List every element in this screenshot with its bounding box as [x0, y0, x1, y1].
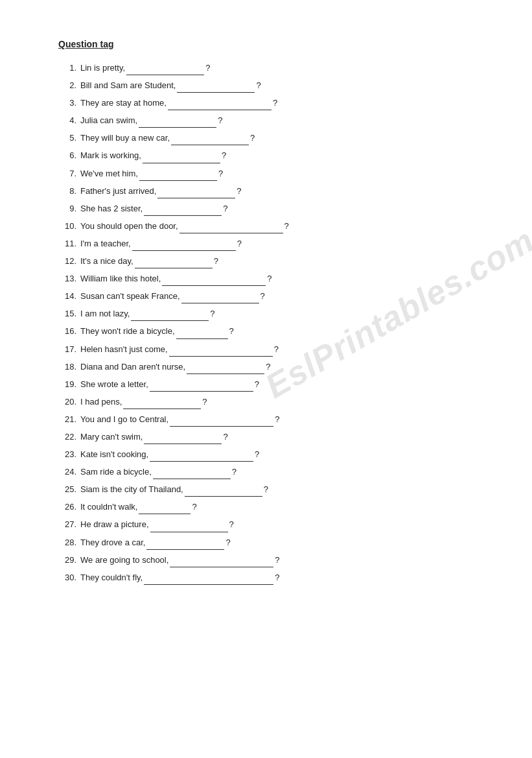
question-number: 12.	[58, 254, 76, 268]
question-text: They will buy a new car,?	[80, 131, 255, 145]
answer-blank[interactable]	[169, 348, 273, 357]
answer-blank[interactable]	[126, 66, 204, 75]
list-item: 24.Sam ride a bicycle,?	[58, 465, 480, 479]
list-item: 18.Diana and Dan aren't nurse,?	[58, 360, 480, 374]
list-item: 16.They won't ride a bicycle,?	[58, 324, 480, 338]
question-text: He draw a picture,?	[80, 517, 234, 532]
answer-blank[interactable]	[168, 101, 272, 110]
list-item: 20.I had pens,?	[58, 395, 480, 409]
question-text: It couldn't walk,?	[80, 500, 197, 514]
list-item: 10.You should open the door,?	[58, 219, 480, 233]
list-item: 17.Helen hasn't just come,?	[58, 342, 480, 357]
answer-blank[interactable]	[143, 154, 220, 163]
answer-blank[interactable]	[187, 365, 264, 374]
question-text: They drove a car,?	[80, 536, 231, 550]
question-text: Siam is the city of Thailand,?	[80, 482, 268, 497]
answer-blank[interactable]	[157, 189, 235, 198]
answer-blank[interactable]	[170, 558, 273, 567]
list-item: 22.Mary can't swim,?	[58, 430, 480, 444]
question-number: 4.	[58, 113, 76, 128]
question-text: William like this hotel,?	[80, 272, 272, 286]
question-number: 1.	[58, 61, 76, 75]
list-item: 30.They couldn't fly,?	[58, 571, 480, 585]
answer-blank[interactable]	[150, 383, 253, 392]
list-item: 27.He draw a picture,?	[58, 517, 480, 532]
question-text: Mary can't swim,?	[80, 430, 228, 444]
list-item: 25.Siam is the city of Thailand,?	[58, 482, 480, 497]
question-number: 10.	[58, 219, 76, 233]
question-number: 11.	[58, 237, 76, 251]
list-item: 26.It couldn't walk,?	[58, 500, 480, 514]
question-number: 2.	[58, 78, 76, 93]
question-text: I am not lazy,?	[80, 307, 215, 321]
answer-blank[interactable]	[146, 541, 224, 550]
answer-blank[interactable]	[144, 576, 273, 585]
question-number: 26.	[58, 500, 76, 514]
question-number: 9.	[58, 202, 76, 216]
question-text: She wrote a letter,?	[80, 377, 259, 392]
question-number: 20.	[58, 395, 76, 409]
question-number: 25.	[58, 482, 76, 497]
answer-blank[interactable]	[123, 400, 201, 409]
list-item: 19.She wrote a letter,?	[58, 377, 480, 392]
question-text: They won't ride a bicycle,?	[80, 324, 234, 338]
question-text: You should open the door,?	[80, 219, 289, 233]
list-item: 4.Julia can swim,?	[58, 113, 480, 128]
answer-blank[interactable]	[150, 523, 228, 532]
question-number: 27.	[58, 517, 76, 532]
question-text: It's a nice day,?	[80, 254, 218, 268]
question-number: 14.	[58, 289, 76, 303]
question-text: Bill and Sam are Student,?	[80, 78, 261, 93]
answer-blank[interactable]	[176, 330, 228, 339]
question-text: Sam ride a bicycle,?	[80, 465, 237, 479]
question-text: Diana and Dan aren't nurse,?	[80, 360, 270, 374]
question-text: She has 2 sister,?	[80, 202, 227, 216]
answer-blank[interactable]	[153, 470, 231, 479]
question-text: They couldn't fly,?	[80, 571, 279, 585]
answer-blank[interactable]	[139, 505, 191, 514]
list-item: 12.It's a nice day,?	[58, 254, 480, 268]
answer-blank[interactable]	[139, 172, 217, 181]
question-number: 22.	[58, 430, 76, 444]
question-text: I had pens,?	[80, 395, 207, 409]
list-item: 11.I'm a teacher,?	[58, 237, 480, 251]
question-text: Father's just arrived,?	[80, 184, 242, 198]
page: EslPrintables.com Question tag 1.Lin is …	[0, 0, 532, 627]
question-text: I'm a teacher,?	[80, 237, 242, 251]
list-item: 1.Lin is pretty,?	[58, 61, 480, 75]
question-text: Susan can't speak France,?	[80, 289, 265, 303]
list-item: 5.They will buy a new car,?	[58, 131, 480, 145]
answer-blank[interactable]	[185, 488, 262, 497]
question-text: Julia can swim,?	[80, 113, 222, 128]
question-text: Kate isn't cooking,?	[80, 447, 259, 462]
question-number: 16.	[58, 324, 76, 338]
list-item: 15.I am not lazy,?	[58, 307, 480, 321]
answer-blank[interactable]	[139, 119, 216, 128]
question-text: They are stay at home,?	[80, 96, 277, 110]
list-item: 2.Bill and Sam are Student,?	[58, 78, 480, 93]
answer-blank[interactable]	[131, 312, 209, 321]
questions-list: 1.Lin is pretty,?2.Bill and Sam are Stud…	[58, 61, 480, 585]
question-number: 23.	[58, 447, 76, 462]
question-number: 30.	[58, 571, 76, 585]
question-number: 24.	[58, 465, 76, 479]
list-item: 28.They drove a car,?	[58, 536, 480, 550]
list-item: 23.Kate isn't cooking,?	[58, 447, 480, 462]
answer-blank[interactable]	[177, 84, 255, 93]
answer-blank[interactable]	[132, 242, 236, 251]
question-number: 3.	[58, 96, 76, 110]
question-number: 21.	[58, 412, 76, 427]
answer-blank[interactable]	[144, 435, 222, 444]
question-number: 19.	[58, 377, 76, 392]
answer-blank[interactable]	[135, 259, 213, 268]
answer-blank[interactable]	[170, 418, 273, 427]
answer-blank[interactable]	[150, 453, 253, 462]
list-item: 21.You and I go to Central,?	[58, 412, 480, 427]
answer-blank[interactable]	[181, 294, 259, 303]
answer-blank[interactable]	[171, 136, 249, 145]
answer-blank[interactable]	[179, 224, 283, 233]
answer-blank[interactable]	[162, 277, 266, 286]
question-text: We are going to school,?	[80, 553, 280, 567]
answer-blank[interactable]	[144, 207, 222, 216]
question-number: 29.	[58, 553, 76, 567]
